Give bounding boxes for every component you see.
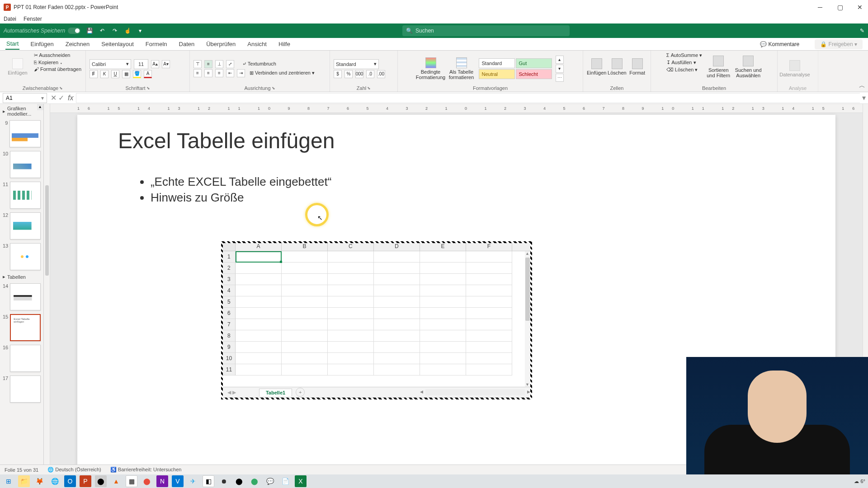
- select-all-corner[interactable]: [223, 243, 236, 251]
- obs-icon[interactable]: ⏺: [218, 475, 230, 487]
- app-icon-6[interactable]: ⬤: [249, 475, 260, 487]
- number-format-combo[interactable]: Standard▾: [334, 59, 379, 69]
- sheet-tab-1[interactable]: Tabelle1: [259, 389, 292, 396]
- bullet-1[interactable]: „Echte EXCEL Tabelle eingebettet“: [151, 175, 795, 189]
- decrease-font-icon[interactable]: A▾: [162, 60, 170, 68]
- section-header-2[interactable]: ▸ Tabellen: [0, 272, 43, 282]
- row-9[interactable]: 9: [223, 342, 236, 353]
- align-right-icon[interactable]: ≡: [215, 69, 223, 77]
- thumb-9[interactable]: 9: [0, 118, 43, 149]
- styles-down-icon[interactable]: ▾: [556, 65, 564, 73]
- thumb-13[interactable]: 13: [0, 241, 43, 272]
- row-8[interactable]: 8: [223, 330, 236, 342]
- cancel-formula-icon[interactable]: ✕: [51, 94, 57, 102]
- thumb-16[interactable]: 16: [0, 343, 43, 374]
- row-3[interactable]: 3: [223, 274, 236, 285]
- tab-start[interactable]: Start: [5, 38, 19, 50]
- embedded-excel-object[interactable]: A B C D E F 1 2 3 4 5 6 7 8 9 10: [221, 241, 532, 399]
- align-center-icon[interactable]: ≡: [204, 69, 212, 77]
- tab-zeichnen[interactable]: Zeichnen: [65, 39, 90, 49]
- style-standard[interactable]: Standard: [479, 58, 515, 68]
- row-5[interactable]: 5: [223, 296, 236, 308]
- align-top-icon[interactable]: ⊤: [193, 60, 202, 68]
- indent-inc-icon[interactable]: ⇥: [237, 69, 245, 77]
- style-schlecht[interactable]: Schlecht: [516, 69, 552, 79]
- collapse-ribbon-icon[interactable]: ︿: [859, 82, 865, 90]
- undo-icon[interactable]: ↶: [99, 27, 106, 34]
- close-button[interactable]: ✕: [855, 4, 864, 11]
- conditional-format-button[interactable]: Bedingte Formatierung: [417, 54, 444, 83]
- cut-button[interactable]: ✂ Ausschneiden: [34, 52, 81, 58]
- font-launcher-icon[interactable]: ⬊: [146, 86, 150, 90]
- outlook-icon[interactable]: O: [64, 475, 76, 487]
- explorer-icon[interactable]: 📁: [18, 475, 30, 487]
- row-10[interactable]: 10: [223, 353, 236, 364]
- minimize-button[interactable]: ─: [816, 4, 825, 11]
- toggle-icon[interactable]: [68, 28, 80, 34]
- font-name-combo[interactable]: Calibri▾: [90, 59, 131, 69]
- tab-ueberpruefen[interactable]: Überprüfen: [205, 39, 236, 49]
- name-box[interactable]: A1▾: [3, 93, 47, 103]
- thumb-14[interactable]: 14: [0, 282, 43, 312]
- app-icon-5[interactable]: ⬤: [233, 475, 245, 487]
- thumb-10[interactable]: 10: [0, 149, 43, 180]
- styles-more-icon[interactable]: ⋯: [556, 74, 564, 82]
- data-analysis-button[interactable]: Datenanalyse: [781, 54, 808, 83]
- formula-input[interactable]: [76, 93, 860, 103]
- firefox-icon[interactable]: 🦊: [33, 475, 45, 487]
- slide-title[interactable]: Excel Tabelle einfügen: [118, 128, 795, 153]
- excel-vscroll-thumb[interactable]: [525, 258, 530, 321]
- fill-button[interactable]: ↧ Ausfüllen ▾: [666, 60, 702, 66]
- col-D[interactable]: D: [374, 243, 420, 251]
- chrome-icon[interactable]: 🌐: [49, 475, 61, 487]
- tab-seitenlayout[interactable]: Seitenlayout: [100, 39, 135, 49]
- indent-dec-icon[interactable]: ⇤: [226, 69, 234, 77]
- font-color-button[interactable]: A: [144, 70, 152, 78]
- excel-hscroll[interactable]: [425, 389, 525, 395]
- thumb-12[interactable]: 12: [0, 211, 43, 241]
- app-icon-8[interactable]: 📄: [279, 475, 291, 487]
- tab-einfuegen[interactable]: Einfügen: [29, 39, 54, 49]
- accept-formula-icon[interactable]: ✓: [58, 94, 64, 102]
- excel-icon[interactable]: X: [295, 475, 307, 487]
- start-button[interactable]: ⊞: [3, 475, 14, 487]
- save-icon[interactable]: 💾: [86, 27, 93, 34]
- insert-cells-button[interactable]: Einfügen: [587, 52, 606, 81]
- bold-button[interactable]: F: [90, 70, 98, 78]
- clear-button[interactable]: ⌫ Löschen ▾: [666, 67, 702, 73]
- autosave-toggle[interactable]: Automatisches Speichern: [4, 28, 80, 34]
- status-lang[interactable]: 🌐 Deutsch (Österreich): [47, 467, 101, 473]
- col-F[interactable]: F: [466, 243, 512, 251]
- row-6[interactable]: 6: [223, 308, 236, 319]
- clipboard-launcher-icon[interactable]: ⬊: [59, 86, 63, 90]
- vlc-icon[interactable]: ▲: [110, 475, 122, 487]
- row-11[interactable]: 11: [223, 364, 236, 375]
- excel-column-headers[interactable]: A B C D E F: [223, 243, 530, 251]
- styles-up-icon[interactable]: ▴: [556, 56, 564, 64]
- excel-grid[interactable]: 1 2 3 4 5 6 7 8 9 10 11: [223, 251, 525, 387]
- border-button[interactable]: ▦: [122, 70, 130, 78]
- row-4[interactable]: 4: [223, 285, 236, 296]
- increase-font-icon[interactable]: A▴: [151, 60, 159, 68]
- search-box[interactable]: 🔍 Suchen: [402, 25, 570, 36]
- italic-button[interactable]: K: [100, 70, 108, 78]
- col-A[interactable]: A: [236, 243, 282, 251]
- dec-dec-icon[interactable]: .00: [377, 70, 385, 78]
- app-icon-7[interactable]: 💬: [264, 475, 276, 487]
- thumb-15[interactable]: 15Excel Tabelle einfügen: [0, 312, 43, 343]
- add-sheet-button[interactable]: +: [296, 388, 305, 397]
- tab-hilfe[interactable]: Hilfe: [278, 39, 291, 49]
- align-left-icon[interactable]: ≡: [193, 69, 202, 77]
- vscroll-thumb[interactable]: [45, 185, 49, 276]
- tab-formeln[interactable]: Formeln: [145, 39, 168, 49]
- autosum-button[interactable]: Σ AutoSumme ▾: [666, 52, 702, 58]
- style-gut[interactable]: Gut: [516, 58, 552, 68]
- percent-icon[interactable]: %: [344, 70, 353, 78]
- app-icon-4[interactable]: ◧: [203, 475, 214, 487]
- row-2[interactable]: 2: [223, 263, 236, 274]
- merge-button[interactable]: ⊞ Verbinden und zentrieren ▾: [250, 70, 315, 76]
- onenote-icon[interactable]: N: [156, 475, 168, 487]
- fill-color-button[interactable]: 🪣: [133, 70, 141, 78]
- format-as-table-button[interactable]: Als Tabelle formatieren: [448, 54, 475, 83]
- thousand-icon[interactable]: 000: [355, 70, 363, 78]
